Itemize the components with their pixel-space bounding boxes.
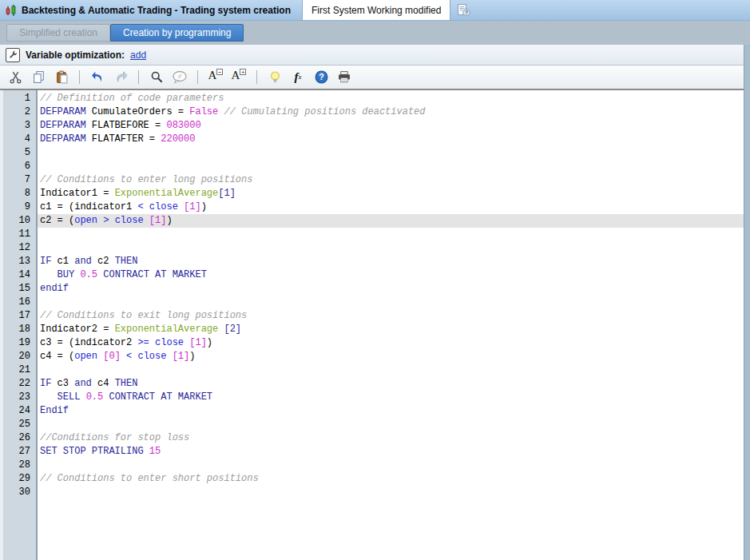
code-text: DEFPARAM CumulateOrders = False // Cumul…	[38, 105, 750, 119]
line-number: 17	[0, 309, 36, 323]
line-number: 16	[0, 296, 36, 309]
code-text	[38, 146, 750, 160]
code-line[interactable]: 24Endif	[0, 404, 750, 418]
line-number: 4	[0, 133, 36, 146]
code-text: BUY 0.5 CONTRACT AT MARKET	[38, 268, 750, 282]
tab-creation-by-programming-label: Creation by programming	[123, 27, 231, 38]
redo-icon[interactable]	[113, 70, 129, 85]
line-number: 14	[0, 268, 36, 282]
help-icon[interactable]: ?	[313, 70, 329, 85]
line-number: 26	[0, 431, 36, 445]
line-number: 29	[0, 472, 36, 486]
code-line[interactable]: 4DEFPARAM FLATAFTER = 220000	[0, 133, 750, 146]
code-line[interactable]: 30	[0, 486, 750, 499]
code-editor[interactable]: 1// Definition of code parameters2DEFPAR…	[0, 90, 750, 560]
code-line[interactable]: 10c2 = (open > close [1])	[0, 214, 750, 228]
code-line[interactable]: 27SET STOP PTRAILING 15	[0, 445, 750, 459]
code-line[interactable]: 25	[0, 418, 750, 431]
code-line[interactable]: 22IF c3 and c4 THEN	[0, 377, 750, 391]
code-line[interactable]: 20c4 = (open [0] < close [1])	[0, 350, 750, 363]
code-text	[38, 241, 750, 255]
hint-bulb-icon[interactable]	[267, 70, 283, 85]
toolbar-separator	[79, 70, 80, 84]
code-text: SELL 0.5 CONTRACT AT MARKET	[38, 391, 750, 404]
app-window: Backtesting & Automatic Trading - Tradin…	[0, 0, 750, 560]
code-line[interactable]: 7// Conditions to enter long positions	[0, 173, 750, 187]
code-text: SET STOP PTRAILING 15	[38, 445, 750, 459]
code-text: DEFPARAM FLATBEFORE = 083000	[38, 119, 750, 133]
svg-text:?: ?	[465, 9, 469, 16]
code-line[interactable]: 23 SELL 0.5 CONTRACT AT MARKET	[0, 391, 750, 404]
tab-creation-by-programming[interactable]: Creation by programming	[110, 24, 244, 42]
code-line[interactable]: 12	[0, 241, 750, 255]
code-line[interactable]: 26//Conditions for stop loss	[0, 431, 750, 445]
code-line[interactable]: 13IF c1 and c2 THEN	[0, 255, 750, 268]
search-icon[interactable]	[149, 70, 165, 85]
titlebar: Backtesting & Automatic Trading - Tradin…	[0, 0, 750, 21]
line-number: 18	[0, 323, 36, 336]
code-line[interactable]: 16	[0, 296, 750, 309]
code-line[interactable]: 11	[0, 228, 750, 241]
tab-simplified-creation-label: Simplified creation	[19, 27, 97, 38]
svg-text:?: ?	[319, 72, 323, 81]
print-icon[interactable]	[336, 70, 352, 85]
code-text: c4 = (open [0] < close [1])	[38, 350, 750, 363]
code-line[interactable]: 29// Conditions to enter short positions	[0, 472, 750, 486]
paste-icon[interactable]	[54, 70, 69, 85]
code-text: c2 = (open > close [1])	[38, 214, 750, 228]
code-line[interactable]: 21	[0, 363, 750, 377]
code-line[interactable]: 5	[0, 146, 750, 160]
copy-icon[interactable]	[30, 70, 46, 85]
cut-icon[interactable]	[7, 70, 23, 85]
line-number: 6	[0, 160, 36, 173]
code-text: Indicator2 = ExponentialAverage [2]	[38, 323, 750, 336]
code-text: // Definition of code parameters	[38, 92, 750, 105]
code-line[interactable]: 8Indicator1 = ExponentialAverage[1]	[0, 187, 750, 201]
code-text: Endif	[38, 404, 750, 418]
variable-optimization-icon[interactable]	[6, 48, 20, 62]
code-text: c3 = (indicator2 >= close [1])	[38, 336, 750, 350]
function-icon[interactable]: fx	[290, 70, 306, 85]
line-number: 2	[0, 105, 36, 119]
code-line[interactable]: 14 BUY 0.5 CONTRACT AT MARKET	[0, 268, 750, 282]
font-increase-icon[interactable]: A+	[231, 70, 247, 85]
vertical-scrollbar[interactable]	[744, 45, 750, 560]
line-number: 19	[0, 336, 36, 350]
line-number: 9	[0, 201, 36, 214]
comment-icon[interactable]: //	[172, 70, 188, 85]
code-line[interactable]: 17// Conditions to exit long positions	[0, 309, 750, 323]
line-number: 13	[0, 255, 36, 268]
code-text	[38, 418, 750, 431]
code-text: IF c3 and c4 THEN	[38, 377, 750, 391]
code-line[interactable]: 18Indicator2 = ExponentialAverage [2]	[0, 323, 750, 336]
font-decrease-icon[interactable]: A−	[208, 70, 224, 85]
code-line[interactable]: 1// Definition of code parameters	[0, 92, 750, 105]
code-text: // Conditions to enter long positions	[38, 173, 750, 187]
code-text	[38, 228, 750, 241]
code-line[interactable]: 19c3 = (indicator2 >= close [1])	[0, 336, 750, 350]
line-number: 21	[0, 363, 36, 377]
code-line[interactable]: 2DEFPARAM CumulateOrders = False // Cumu…	[0, 105, 750, 119]
line-number: 5	[0, 146, 36, 160]
help-document-icon[interactable]: ?	[450, 0, 474, 20]
undo-icon[interactable]	[89, 70, 105, 85]
code-line[interactable]: 9c1 = (indicator1 < close [1])	[0, 201, 750, 214]
code-text: // Conditions to exit long positions	[38, 309, 750, 323]
code-line[interactable]: 3DEFPARAM FLATBEFORE = 083000	[0, 119, 750, 133]
code-line[interactable]: 15endif	[0, 282, 750, 296]
toolbar-separator	[138, 70, 139, 84]
add-variable-link[interactable]: add	[130, 50, 146, 61]
code-text: DEFPARAM FLATAFTER = 220000	[38, 133, 750, 146]
code-line[interactable]: 28	[0, 459, 750, 472]
window-title: Backtesting & Automatic Trading - Tradin…	[22, 5, 291, 16]
document-tab-label: First System Working modified	[312, 5, 442, 16]
document-tab[interactable]: First System Working modified	[302, 0, 451, 20]
code-text: c1 = (indicator1 < close [1])	[38, 201, 750, 214]
code-line[interactable]: 6	[0, 160, 750, 173]
variable-optimization-label: Variable optimization:	[26, 50, 125, 61]
variable-optimization-bar: Variable optimization: add	[0, 45, 750, 66]
line-number: 27	[0, 445, 36, 459]
line-number: 3	[0, 119, 36, 133]
tab-simplified-creation[interactable]: Simplified creation	[6, 24, 110, 42]
line-number: 11	[0, 228, 36, 241]
